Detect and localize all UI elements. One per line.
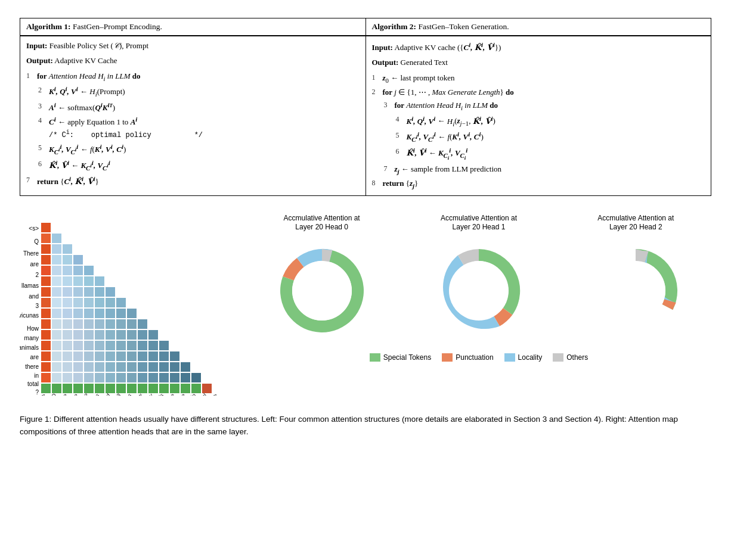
algo1-input: Input: Feasible Policy Set (𝒞), Prompt (26, 40, 360, 52)
svg-text:are: are (30, 261, 39, 267)
svg-rect-49 (84, 298, 94, 307)
svg-rect-88 (95, 341, 104, 350)
punctuation-label: Punctuation (456, 353, 493, 362)
svg-rect-78 (106, 330, 115, 340)
svg-rect-41 (73, 287, 83, 297)
svg-rect-82 (148, 330, 158, 340)
svg-rect-60 (116, 309, 126, 318)
svg-rect-96 (52, 351, 61, 361)
donut-2-title: Accmulative Attention atLayer 20 Head 1 (441, 214, 517, 232)
donut-1: Accmulative Attention atLayer 20 Head 0 (268, 214, 376, 344)
svg-rect-94 (159, 341, 169, 350)
svg-rect-30 (73, 266, 83, 275)
algo2-title: Algorithm 2: FastGen–Token Generation. (366, 18, 711, 36)
others-swatch (553, 353, 563, 362)
svg-rect-25 (63, 255, 72, 265)
svg-rect-144 (116, 384, 126, 393)
figure-area: <s> Q There are 2 llamas and 3 vicunas H… (20, 214, 711, 438)
svg-rect-123 (52, 373, 61, 382)
svg-rect-131 (138, 373, 147, 382)
svg-rect-110 (63, 362, 72, 372)
svg-rect-145 (127, 384, 137, 393)
donut-3-title: Accmulative Attention atLayer 20 Head 2 (597, 214, 674, 232)
svg-rect-67 (95, 319, 104, 329)
svg-rect-152 (202, 384, 212, 393)
svg-rect-134 (170, 373, 179, 382)
svg-rect-128 (106, 373, 115, 382)
donut-3-svg (582, 237, 689, 344)
algorithm-2-box: Algorithm 2: FastGen–Token Generation. I… (366, 18, 711, 195)
algo2-line5: 5 KCii, VCii ← f(Ki, Vi, Ci) (372, 129, 705, 145)
svg-rect-113 (95, 362, 104, 372)
svg-rect-32 (41, 276, 51, 286)
special-tokens-label: Special Tokens (383, 353, 432, 362)
svg-rect-141 (84, 384, 94, 393)
svg-rect-52 (116, 298, 126, 307)
algo1-line2: 2 Ki, Qi, Vi ← Hi(Prompt) (26, 84, 360, 100)
algo2-title-text: FastGen–Token Generation. (416, 22, 509, 31)
svg-rect-61 (127, 309, 137, 318)
locality-label: Locality (518, 353, 543, 362)
svg-rect-87 (84, 341, 94, 350)
svg-rect-120 (170, 362, 179, 372)
svg-text:There: There (23, 250, 39, 257)
svg-rect-151 (191, 384, 201, 393)
punctuation-swatch (442, 353, 453, 362)
svg-rect-57 (84, 309, 94, 318)
svg-rect-149 (170, 384, 179, 393)
svg-rect-68 (106, 319, 115, 329)
donut-2: Accmulative Attention atLayer 20 Head 1 (425, 214, 532, 344)
svg-rect-26 (73, 255, 83, 265)
svg-rect-112 (84, 362, 94, 372)
legend-others: Others (553, 353, 588, 362)
algo2-output: Output: Generated Text (372, 57, 705, 69)
svg-rect-103 (127, 351, 137, 361)
algo1-line1: 1 for Attention Head Hi in LLM do (26, 70, 360, 84)
svg-rect-80 (127, 330, 137, 340)
algo1-lines: 1 for Attention Head Hi in LLM do 2 Ki, … (26, 70, 360, 188)
donuts-row: Accmulative Attention atLayer 20 Head 0 (246, 214, 711, 344)
algo1-line3: 3 Ai ← softmax(QiKiT) (26, 100, 360, 114)
algo2-line3: 3 for Attention Head Hi in LLM do (372, 99, 705, 113)
donut-1-title: Accmulative Attention atLayer 20 Head 0 (284, 214, 360, 232)
svg-rect-43 (95, 287, 104, 297)
svg-rect-77 (95, 330, 104, 340)
svg-text:vicunas: vicunas (20, 312, 39, 319)
others-label: Others (566, 353, 588, 362)
svg-rect-126 (84, 373, 94, 382)
svg-text:are: are (30, 354, 39, 360)
svg-rect-69 (116, 319, 126, 329)
svg-rect-119 (159, 362, 169, 372)
svg-rect-121 (181, 362, 190, 372)
svg-text:<s>: <s> (29, 225, 39, 232)
svg-rect-143 (106, 384, 115, 393)
svg-rect-62 (41, 319, 51, 329)
svg-rect-102 (116, 351, 126, 361)
svg-rect-99 (84, 351, 94, 361)
svg-rect-36 (84, 276, 94, 286)
svg-rect-58 (95, 309, 104, 318)
svg-rect-150 (181, 384, 190, 393)
svg-text:Q: Q (34, 238, 39, 245)
svg-rect-31 (84, 266, 94, 275)
svg-rect-108 (41, 362, 51, 372)
svg-rect-90 (116, 341, 126, 350)
donut-1-svg (268, 237, 376, 344)
svg-rect-133 (159, 373, 169, 382)
algo1-content: Input: Feasible Policy Set (𝒞), Prompt O… (20, 36, 366, 191)
svg-rect-84 (52, 341, 61, 350)
svg-rect-114 (106, 362, 115, 372)
svg-rect-48 (73, 298, 83, 307)
svg-rect-89 (106, 341, 115, 350)
svg-rect-136 (191, 373, 201, 382)
svg-rect-125 (73, 373, 83, 382)
svg-rect-18 (41, 234, 51, 243)
svg-rect-53 (41, 309, 51, 318)
algo1-title-text: FastGen–Prompt Encoding. (71, 22, 162, 31)
svg-point-172 (606, 261, 665, 321)
svg-text:2: 2 (35, 272, 39, 278)
svg-rect-115 (116, 362, 126, 372)
legend-row: Special Tokens Punctuation Locality Othe… (246, 353, 711, 362)
svg-rect-81 (138, 330, 147, 340)
svg-rect-51 (106, 298, 115, 307)
